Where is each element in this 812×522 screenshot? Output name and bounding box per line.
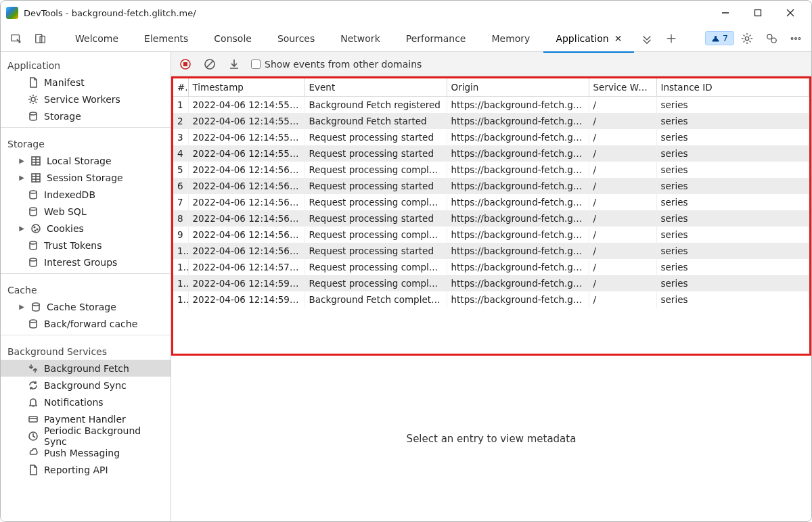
tab-label: Memory bbox=[491, 33, 530, 44]
issues-badge[interactable]: 7 bbox=[705, 31, 734, 45]
cell-n: 5 bbox=[173, 162, 188, 178]
col-origin[interactable]: Origin bbox=[447, 78, 589, 97]
download-button[interactable] bbox=[227, 57, 242, 72]
sidebar-item-session-storage[interactable]: ▶Session Storage bbox=[1, 169, 171, 186]
cell-ts: 2022-04-06 12:14:55.1… bbox=[188, 113, 304, 129]
inspect-icon[interactable] bbox=[5, 27, 28, 50]
close-icon[interactable]: ✕ bbox=[614, 33, 623, 44]
record-button[interactable] bbox=[178, 57, 193, 72]
expand-icon[interactable]: ▶ bbox=[18, 174, 25, 181]
tab-performance[interactable]: Performance bbox=[394, 25, 478, 52]
table-row[interactable]: 22022-04-06 12:14:55.1…Background Fetch … bbox=[173, 113, 809, 129]
cell-ev: Request processing complet… bbox=[304, 227, 447, 243]
show-other-domains-input[interactable] bbox=[251, 60, 261, 69]
sidebar-item-trust-tokens[interactable]: Trust Tokens bbox=[1, 237, 171, 254]
col-service-worker[interactable]: Service Wor… bbox=[589, 78, 656, 97]
table-row[interactable]: 62022-04-06 12:14:56.2…Request processin… bbox=[173, 178, 809, 194]
sidebar-item-interest-groups[interactable]: Interest Groups bbox=[1, 254, 171, 270]
svg-point-28 bbox=[34, 227, 35, 228]
sidebar-item-service-workers[interactable]: Service Workers bbox=[1, 91, 171, 108]
tree-label: Storage bbox=[44, 111, 81, 122]
col-num[interactable]: # bbox=[173, 78, 188, 97]
cell-ev: Background Fetch registered bbox=[304, 97, 447, 114]
sidebar-item-periodic-sync[interactable]: Periodic Background Sync bbox=[1, 427, 171, 444]
minimize-button[interactable] bbox=[710, 3, 741, 23]
table-row[interactable]: 1…2022-04-06 12:14:57.5…Request processi… bbox=[173, 259, 809, 275]
svg-point-32 bbox=[30, 258, 37, 261]
sidebar-item-indexeddb[interactable]: IndexedDB bbox=[1, 186, 171, 203]
tab-sources[interactable]: Sources bbox=[265, 25, 327, 52]
sidebar-item-manifest[interactable]: Manifest bbox=[1, 74, 171, 91]
cell-or: https://background-fetch.gli… bbox=[447, 259, 589, 275]
sidebar-item-notifications[interactable]: Notifications bbox=[1, 394, 171, 410]
sidebar-item-cookies[interactable]: ▶Cookies bbox=[1, 220, 171, 237]
cell-or: https://background-fetch.gli… bbox=[447, 113, 589, 129]
tab-memory[interactable]: Memory bbox=[479, 25, 542, 52]
more-icon[interactable] bbox=[784, 27, 807, 50]
show-other-domains-checkbox[interactable]: Show events from other domains bbox=[251, 59, 422, 70]
close-button[interactable] bbox=[775, 3, 806, 23]
more-tabs-icon[interactable] bbox=[635, 27, 658, 50]
svg-rect-1 bbox=[755, 10, 761, 16]
tab-welcome[interactable]: Welcome bbox=[63, 25, 131, 52]
tree-label: Trust Tokens bbox=[44, 240, 102, 251]
cell-n: 9 bbox=[173, 227, 188, 243]
cell-ts: 2022-04-06 12:14:56.2… bbox=[188, 210, 304, 227]
sidebar-item-storage[interactable]: Storage bbox=[1, 108, 171, 124]
issues-count: 7 bbox=[723, 33, 728, 43]
feedback-icon[interactable] bbox=[760, 27, 783, 50]
tab-network[interactable]: Network bbox=[328, 25, 392, 52]
sidebar-item-websql[interactable]: Web SQL bbox=[1, 203, 171, 220]
svg-point-15 bbox=[31, 97, 35, 101]
table-row[interactable]: 82022-04-06 12:14:56.2…Request processin… bbox=[173, 210, 809, 227]
devtools-app-icon bbox=[6, 7, 18, 19]
tab-elements[interactable]: Elements bbox=[132, 25, 200, 52]
tree-label: Interest Groups bbox=[44, 257, 117, 268]
tab-application[interactable]: Application✕ bbox=[543, 25, 634, 52]
cell-sw: / bbox=[589, 178, 656, 194]
tree-label: Reporting API bbox=[44, 465, 108, 475]
sidebar-item-background-sync[interactable]: Background Sync bbox=[1, 377, 171, 394]
cell-ts: 2022-04-06 12:14:59.8… bbox=[188, 275, 304, 291]
sidebar-item-back-forward-cache[interactable]: Back/forward cache bbox=[1, 315, 171, 332]
sidebar-item-cache-storage[interactable]: ▶Cache Storage bbox=[1, 298, 171, 315]
clear-button[interactable] bbox=[202, 57, 217, 72]
svg-rect-39 bbox=[183, 62, 187, 66]
cell-id: series bbox=[656, 275, 809, 291]
sidebar-item-push-messaging[interactable]: Push Messaging bbox=[1, 444, 171, 461]
table-row[interactable]: 1…2022-04-06 12:14:56.8…Request processi… bbox=[173, 243, 809, 259]
sidebar-item-background-fetch[interactable]: Background Fetch bbox=[1, 360, 171, 377]
sidebar-item-reporting-api[interactable]: Reporting API bbox=[1, 461, 171, 478]
cell-sw: / bbox=[589, 113, 656, 129]
settings-icon[interactable] bbox=[736, 27, 759, 50]
table-row[interactable]: 1…2022-04-06 12:14:59.8…Request processi… bbox=[173, 275, 809, 291]
expand-icon[interactable]: ▶ bbox=[18, 303, 25, 310]
col-instance-id[interactable]: Instance ID bbox=[656, 78, 809, 97]
expand-icon[interactable]: ▶ bbox=[18, 157, 25, 164]
device-toolbar-icon[interactable] bbox=[29, 27, 52, 50]
cell-ts: 2022-04-06 12:14:59.8… bbox=[188, 291, 304, 308]
add-tab-icon[interactable] bbox=[660, 27, 683, 50]
tab-console[interactable]: Console bbox=[202, 25, 264, 52]
sidebar-item-local-storage[interactable]: ▶Local Storage bbox=[1, 152, 171, 169]
col-event[interactable]: Event bbox=[304, 78, 447, 97]
cell-or: https://background-fetch.gli… bbox=[447, 97, 589, 114]
table-row[interactable]: 72022-04-06 12:14:56.2…Request processin… bbox=[173, 194, 809, 210]
col-timestamp[interactable]: Timestamp bbox=[188, 78, 304, 97]
table-row[interactable]: 1…2022-04-06 12:14:59.8…Background Fetch… bbox=[173, 291, 809, 308]
svg-point-30 bbox=[35, 230, 36, 231]
cell-ev: Request processing started bbox=[304, 243, 447, 259]
tree-label: Back/forward cache bbox=[44, 318, 137, 329]
cell-ts: 2022-04-06 12:14:56.2… bbox=[188, 162, 304, 178]
cell-n: 8 bbox=[173, 210, 188, 227]
table-row[interactable]: 12022-04-06 12:14:55.1…Background Fetch … bbox=[173, 97, 809, 114]
table-row[interactable]: 32022-04-06 12:14:55.1…Request processin… bbox=[173, 129, 809, 145]
cell-ev: Background Fetch started bbox=[304, 113, 447, 129]
expand-icon[interactable]: ▶ bbox=[18, 224, 25, 232]
maximize-button[interactable] bbox=[742, 3, 773, 23]
table-row[interactable]: 52022-04-06 12:14:56.2…Request processin… bbox=[173, 162, 809, 178]
tab-label: Console bbox=[214, 33, 252, 44]
cell-ev: Request processing started bbox=[304, 129, 447, 145]
table-row[interactable]: 42022-04-06 12:14:55.2…Request processin… bbox=[173, 145, 809, 162]
table-row[interactable]: 92022-04-06 12:14:56.8…Request processin… bbox=[173, 227, 809, 243]
